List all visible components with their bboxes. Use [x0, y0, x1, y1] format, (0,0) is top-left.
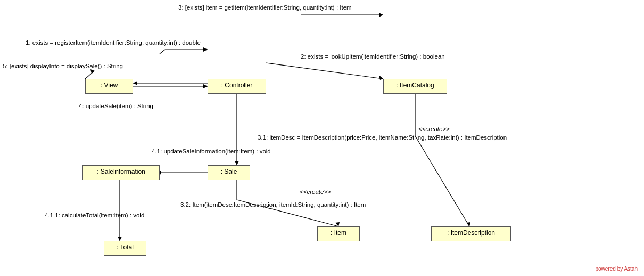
box-view: : View — [85, 79, 133, 94]
box-itemdescription: : ItemDescription — [431, 226, 511, 241]
box-controller: : Controller — [208, 79, 266, 94]
svg-marker-21 — [335, 222, 340, 226]
diagram-container: : View : Controller : ItemCatalog : Sale… — [0, 0, 644, 276]
box-itemcatalog: : ItemCatalog — [383, 79, 447, 94]
svg-marker-9 — [133, 81, 137, 85]
svg-marker-18 — [466, 222, 470, 226]
svg-marker-24 — [90, 69, 95, 74]
powered-by: powered by Astah — [596, 266, 638, 272]
msg3-label: 3: [exists] item = getItem(itemIdentifie… — [178, 4, 352, 11]
msg411-label: 4.1.1: calculateTotal(item:Item) : void — [45, 212, 144, 218]
svg-line-2 — [266, 63, 383, 79]
msg31-label: 3.1: itemDesc = ItemDescription(price:Pr… — [258, 134, 507, 141]
box-sale: : Sale — [208, 165, 250, 180]
box-item: : Item — [317, 226, 360, 241]
svg-marker-11 — [235, 161, 239, 165]
svg-line-17 — [415, 136, 469, 226]
svg-line-23 — [85, 72, 93, 79]
box-total: : Total — [104, 241, 146, 256]
box-saleinformation: : SaleInformation — [82, 165, 160, 180]
svg-marker-1 — [203, 47, 208, 52]
create1-label: <<create>> — [418, 126, 450, 132]
msg41-label: 4.1: updateSaleInformation(item:Item) : … — [152, 148, 271, 155]
svg-line-22 — [160, 50, 165, 54]
msg1-label: 1: exists = registerItem(itemIdentifier:… — [26, 39, 201, 46]
msg5-label: 5: [exists] displayInfo = displaySale() … — [3, 63, 123, 69]
msg2-label: 2: exists = lookUpItem(itemIdentifier:St… — [301, 53, 445, 60]
msg32-label: 3.2: Item(itemDesc:ItemDescription, item… — [180, 201, 366, 208]
msg4-label: 4: updateSale(item) : String — [79, 103, 153, 109]
create2-label: <<create>> — [300, 189, 331, 195]
svg-marker-7 — [203, 84, 208, 88]
svg-marker-3 — [379, 75, 383, 80]
svg-marker-15 — [118, 237, 122, 241]
svg-marker-5 — [379, 13, 383, 17]
